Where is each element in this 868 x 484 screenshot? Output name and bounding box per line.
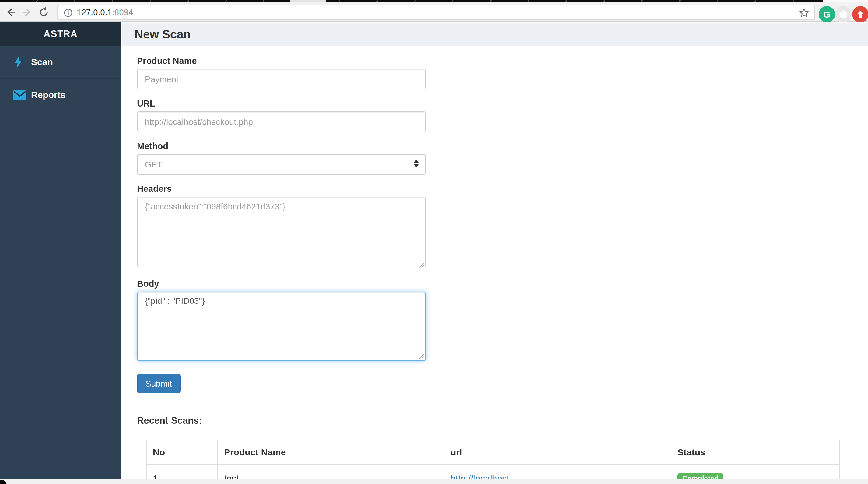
resize-grip-icon[interactable] (419, 263, 424, 268)
table-header-row: No Product Name url Status (146, 440, 840, 464)
sidebar-item-reports[interactable]: Reports (0, 79, 121, 112)
app-brand: ASTRA (0, 22, 121, 46)
recent-scans-heading: Recent Scans: (137, 415, 868, 426)
method-label: Method (137, 141, 426, 151)
bookmark-star-button[interactable] (799, 7, 810, 21)
column-header-status: Status (671, 440, 840, 464)
tab-strip-gap (290, 0, 326, 2)
sidebar-item-label: Scan (31, 57, 53, 67)
up-arrow-icon (856, 10, 865, 19)
column-header-no: No (146, 440, 218, 464)
page-title: New Scan (134, 27, 190, 41)
recent-scans-table: No Product Name url Status 1 test http:/… (146, 440, 840, 484)
forward-button[interactable] (20, 5, 34, 20)
column-header-url: url (444, 440, 671, 464)
headers-group: Headers {"accesstoken":"098f6bcd4621d373… (137, 184, 426, 270)
info-icon[interactable] (64, 8, 72, 17)
grammarly-letter: G (823, 9, 830, 20)
product-name-field[interactable] (137, 69, 426, 90)
body-label: Body (137, 279, 426, 289)
resize-grip-icon[interactable] (419, 354, 424, 359)
lightning-icon (13, 55, 29, 69)
column-header-product-name: Product Name (218, 440, 444, 464)
method-selected-value: GET (145, 159, 162, 169)
headers-label: Headers (137, 184, 426, 193)
url-host: 127.0.0.1 (77, 8, 112, 17)
product-name-group: Product Name (137, 56, 426, 90)
body-textarea-focused[interactable]: {"pid" : "PID03"} (137, 292, 426, 361)
forward-icon (21, 6, 33, 18)
main-content: New Scan Product Name URL Method GET Hea… (121, 22, 868, 479)
star-icon (799, 7, 810, 18)
product-name-label: Product Name (137, 56, 426, 66)
url-text: 127.0.0.1:8094 (77, 8, 133, 17)
method-select[interactable]: GET (137, 154, 426, 175)
tab-strip-dark (0, 0, 823, 2)
text-caret (206, 296, 206, 306)
disabled-extension-icon[interactable] (835, 6, 851, 23)
sidebar: ASTRA Scan Reports (0, 22, 121, 479)
body-value: {"pid" : "PID03"} (145, 296, 205, 306)
back-button[interactable] (4, 5, 18, 20)
url-port: :8094 (112, 8, 133, 17)
address-bar[interactable]: 127.0.0.1:8094 (57, 5, 815, 20)
scan-form: Product Name URL Method GET Headers {"ac… (121, 46, 868, 484)
swirl-glyph (838, 9, 849, 20)
url-field[interactable] (137, 112, 426, 132)
back-icon (5, 6, 17, 18)
url-label: URL (137, 99, 426, 109)
sidebar-item-label: Reports (31, 90, 65, 100)
grammarly-extension-icon[interactable]: G (819, 6, 835, 23)
red-arrow-extension-icon[interactable] (852, 6, 868, 23)
url-group: URL (137, 99, 426, 132)
screen: 127.0.0.1:8094 G ASTRA Scan Reports (0, 0, 868, 484)
browser-toolbar: 127.0.0.1:8094 G (0, 2, 868, 22)
body-group: Body {"pid" : "PID03"} (137, 279, 426, 361)
headers-textarea[interactable]: {"accesstoken":"098f6bcd4621d373"} (137, 196, 426, 267)
select-arrows-icon (414, 159, 419, 168)
method-group: Method GET (137, 141, 426, 175)
browser-tab-strip[interactable] (0, 0, 868, 2)
refresh-button[interactable] (36, 5, 51, 20)
refresh-icon (38, 6, 50, 18)
page-header-band: New Scan (122, 23, 868, 46)
sidebar-item-scan[interactable]: Scan (0, 46, 121, 79)
envelope-icon (13, 89, 29, 100)
bottom-desktop-strip (0, 479, 868, 484)
submit-button[interactable]: Submit (137, 374, 181, 393)
